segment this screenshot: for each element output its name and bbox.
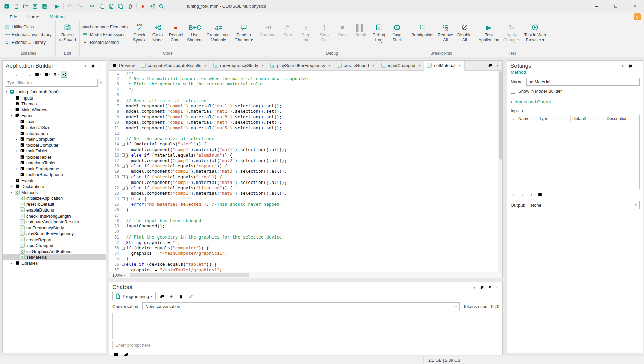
column-header-default[interactable]: Default: [571, 115, 605, 122]
tab-method[interactable]: Method: [45, 13, 70, 21]
help-button[interactable]: ?: [634, 13, 641, 20]
move-up-button[interactable]: ↑: [20, 71, 26, 78]
open-button[interactable]: [21, 2, 30, 11]
close-tab-icon[interactable]: ×: [261, 63, 264, 68]
section-collapse-icon[interactable]: ▾: [511, 100, 512, 104]
record-method-button[interactable]: ●Record Method: [81, 39, 129, 46]
tree-expander-icon[interactable]: ▸: [9, 185, 13, 188]
go-to-node-button[interactable]: Go to Node: [149, 22, 166, 43]
fold-toggle-icon[interactable]: –: [122, 153, 125, 157]
tree-item-enablebuttons[interactable]: {}enableButtons: [3, 207, 106, 213]
cut-button[interactable]: ✂: [88, 2, 97, 11]
apply-changes-button[interactable]: ↻Apply Changes: [502, 22, 522, 43]
external-c-library-button[interactable]: CExternal C Library: [3, 39, 52, 46]
remove-all-button[interactable]: Remove All: [436, 22, 455, 43]
close-tab-icon[interactable]: ×: [204, 63, 207, 68]
find-button[interactable]: ▾: [157, 2, 166, 11]
tree-item-inputs[interactable]: Inputs: [3, 95, 106, 101]
save-as-button[interactable]: [40, 2, 49, 11]
continue-button[interactable]: Continue: [258, 22, 278, 38]
move-down-button[interactable]: ↓: [520, 191, 526, 197]
fold-toggle-icon[interactable]: –: [122, 187, 125, 190]
stop-button[interactable]: ■Stop: [334, 22, 351, 38]
view-columns-button[interactable]: ▾: [43, 71, 51, 78]
panel-menu-icon[interactable]: ▾: [472, 285, 477, 290]
editor-tab-inputchanged[interactable]: {}inputChanged×: [378, 61, 424, 70]
float-panel-icon[interactable]: [90, 64, 95, 69]
copy-button[interactable]: [97, 2, 106, 11]
tree-expander-icon[interactable]: ▸: [9, 262, 13, 265]
tree-item-main[interactable]: main: [3, 119, 106, 125]
step-out-button[interactable]: Step Out: [315, 22, 333, 43]
conversation-select[interactable]: New conversation ▾: [142, 302, 460, 310]
column-header-name[interactable]: Name: [516, 115, 537, 122]
float-editor-icon[interactable]: [487, 63, 493, 68]
tree-item-libraries[interactable]: ▸Libraries: [3, 260, 106, 267]
tree-item-information[interactable]: information: [3, 131, 106, 137]
close-tab-icon[interactable]: ×: [458, 63, 461, 68]
forward-button[interactable]: →: [12, 71, 19, 78]
tree-item-declarations[interactable]: ▸Declarations: [3, 184, 106, 190]
inputs-table-body[interactable]: [511, 122, 639, 189]
clear-conversation-button[interactable]: [187, 293, 194, 300]
tree-item-toolbarsmartphone[interactable]: toolbarSmartphone: [3, 172, 106, 178]
tree-item-themes[interactable]: Themes: [3, 101, 106, 107]
code-editor[interactable]: 1/**2 * Sets the material properties whe…: [109, 71, 502, 272]
fold-toggle-icon[interactable]: –: [122, 247, 125, 250]
inputs-table[interactable]: »NameTypeDefaultDescriptionUnit: [511, 115, 640, 189]
select-all-icon[interactable]: »: [511, 115, 516, 122]
tree-expander-icon[interactable]: ▸: [9, 108, 13, 111]
step-button[interactable]: Step: [279, 22, 297, 38]
tree-item-methods[interactable]: ▾{}Methods: [3, 190, 106, 196]
filter-input[interactable]: [5, 79, 98, 87]
fold-toggle-icon[interactable]: –: [122, 143, 125, 146]
redo-button[interactable]: ↷▾: [75, 2, 84, 11]
scrollbar-thumb[interactable]: [130, 273, 249, 277]
minimize-button[interactable]: –: [587, 0, 606, 12]
tree-item-mainsmartphone[interactable]: ▸mainSmartphone: [3, 166, 106, 172]
mode-select[interactable]: Programming ▾: [112, 292, 156, 300]
tree-item-initgraphicsandbuttons[interactable]: {}initGraphicsAndButtons: [3, 249, 106, 255]
utility-class-button[interactable]: Utility Class: [3, 24, 52, 30]
tree-item-createreport[interactable]: {}createReport: [3, 237, 106, 243]
fold-toggle-icon[interactable]: –: [122, 263, 125, 266]
disable-all-button[interactable]: Disable All: [456, 22, 473, 43]
tree-item-forms[interactable]: ▾Forms: [3, 113, 106, 119]
fold-toggle-icon[interactable]: –: [122, 175, 125, 178]
tree-expander-icon[interactable]: ▸: [15, 149, 19, 152]
tree-item-resettodefault[interactable]: {}resetToDefault: [3, 201, 106, 207]
panel-menu-icon[interactable]: ▾: [620, 64, 625, 69]
revert-to-saved-button[interactable]: Revert to Saved: [57, 22, 77, 43]
java-shell-button[interactable]: >_Java Shell: [388, 22, 406, 43]
tree-item-tuning-fork-mph-root[interactable]: ▾tuning_fork.mph (root): [3, 89, 106, 95]
move-up-button[interactable]: ↑: [511, 191, 517, 197]
editor-tab-computeandupdateresults[interactable]: {}computeAndUpdateResults×: [138, 61, 210, 70]
tree-item-maincomputer[interactable]: ▸mainComputer: [3, 136, 106, 142]
tree-item-maintablet[interactable]: ▸mainTablet: [3, 148, 106, 154]
editor-tab-list-icon[interactable]: ▾: [495, 63, 500, 68]
edit-table-button[interactable]: [537, 191, 543, 197]
panel-menu-icon[interactable]: ▾: [83, 64, 88, 69]
record-code-button[interactable]: ●Record Code: [167, 22, 185, 43]
tree-item-runfrequencystudy[interactable]: {}runFrequencyStudy: [3, 225, 106, 231]
close-panel-icon[interactable]: ×: [98, 64, 103, 69]
record-code-button[interactable]: ●: [138, 2, 147, 11]
use-shortcut-button[interactable]: B+CUse Shortcut: [185, 22, 204, 43]
tree-item-main-window[interactable]: ▸Main Window: [3, 107, 106, 113]
save-button[interactable]: [30, 2, 39, 11]
go-to-node-button[interactable]: [148, 2, 157, 11]
show-in-model-builder-checkbox[interactable]: [511, 89, 515, 94]
breakpoints-button[interactable]: Breakpoints: [410, 22, 435, 38]
tab-home[interactable]: Home: [22, 13, 45, 21]
tree-item-setmaterial[interactable]: {}setMaterial: [3, 254, 106, 260]
external-java-library-button[interactable]: JavaExternal Java Library: [3, 31, 52, 38]
tree-item-events[interactable]: Events: [3, 178, 106, 184]
column-header-unit[interactable]: Unit: [637, 115, 640, 122]
delete-button[interactable]: [125, 2, 135, 11]
new-conversation-button[interactable]: +: [168, 293, 175, 300]
editor-tab-createreport[interactable]: {}createReport×: [334, 61, 378, 70]
float-panel-icon[interactable]: [627, 64, 633, 69]
horizontal-scrollbar[interactable]: [129, 272, 502, 278]
edit-node-button[interactable]: [546, 191, 552, 197]
output-select[interactable]: None ▾: [528, 201, 640, 209]
